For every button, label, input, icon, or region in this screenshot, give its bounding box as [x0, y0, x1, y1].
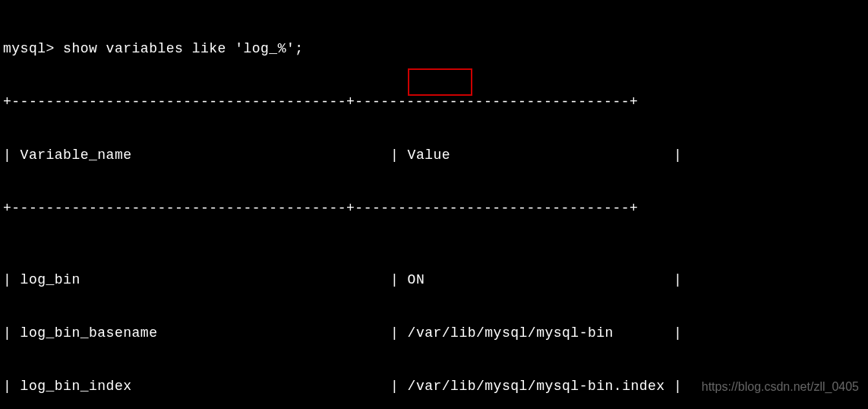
- table-row: | log_bin_basename | /var/lib/mysql/mysq…: [3, 325, 865, 342]
- table-border-mid: +---------------------------------------…: [3, 200, 865, 217]
- table-row: | log_bin | ON |: [3, 271, 865, 289]
- watermark-text: https://blog.csdn.net/zll_0405: [702, 379, 859, 395]
- table-border-top: +---------------------------------------…: [3, 94, 865, 111]
- sql-command: mysql> show variables like 'log_%';: [3, 40, 865, 58]
- header-variable-name: | Variable_name: [3, 147, 390, 164]
- cell-value: | ON |: [390, 271, 865, 289]
- cell-variable: | log_bin_basename: [3, 325, 390, 342]
- cell-variable: | log_bin: [3, 271, 390, 289]
- cell-variable: | log_bin_index: [3, 378, 390, 395]
- cell-value: | /var/lib/mysql/mysql-bin |: [390, 325, 865, 342]
- terminal-output: mysql> show variables like 'log_%'; +---…: [3, 5, 865, 409]
- table-header: | Variable_name | Value |: [3, 147, 865, 164]
- header-value: | Value |: [390, 147, 865, 164]
